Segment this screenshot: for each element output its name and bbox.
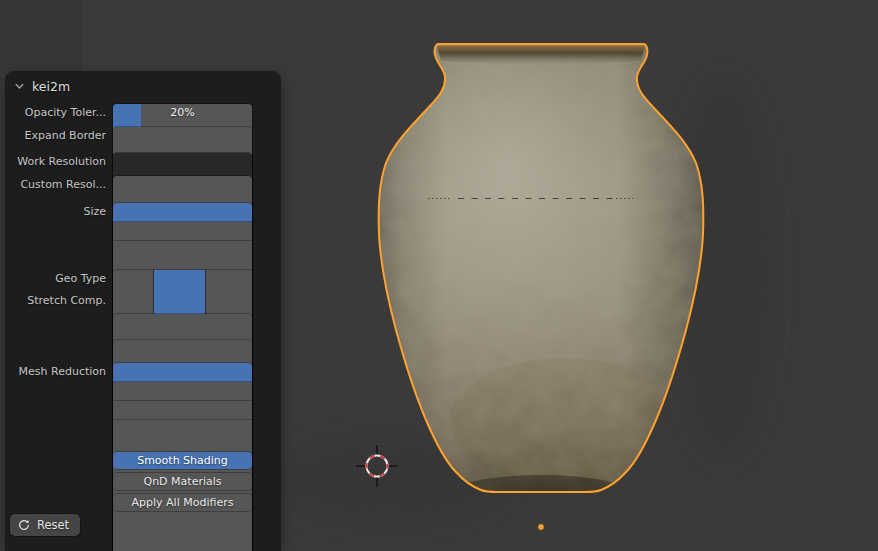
- panel-title: kei2m: [32, 79, 70, 94]
- expand-border-label: Expand Border: [5, 127, 106, 145]
- panel-header[interactable]: kei2m: [14, 77, 70, 95]
- size-label: Size: [5, 203, 106, 221]
- opacity-tolerance-label: Opacity Toler...: [5, 104, 106, 122]
- apply-all-modifiers-button[interactable]: Apply All Modifiers: [113, 494, 252, 511]
- viewport-region-shade: [0, 0, 82, 71]
- smooth-shading-button[interactable]: Smooth Shading: [113, 452, 252, 469]
- stretch-compensation-label: Stretch Comp.: [5, 292, 106, 310]
- qnd-materials-button[interactable]: QnD Materials: [113, 473, 252, 490]
- blender-window: kei2m Opacity Toler... 20% Expand Border…: [0, 0, 878, 551]
- refresh-icon: [17, 518, 31, 532]
- slider-value: 20%: [113, 104, 252, 122]
- work-resolution-label: Work Resolution: [5, 153, 106, 171]
- reset-label: Reset: [37, 518, 69, 532]
- reset-button[interactable]: Reset: [10, 514, 80, 536]
- object-origin-dot: [538, 524, 544, 530]
- chevron-down-icon[interactable]: [14, 81, 25, 92]
- geo-type-label: Geo Type: [5, 270, 106, 288]
- mesh-reduction-label: Mesh Reduction: [5, 363, 106, 381]
- custom-resolution-label: Custom Resol...: [5, 176, 106, 194]
- vase-rim-shadow: [437, 46, 645, 65]
- kei2m-panel: kei2m Opacity Toler... 20% Expand Border…: [5, 71, 281, 551]
